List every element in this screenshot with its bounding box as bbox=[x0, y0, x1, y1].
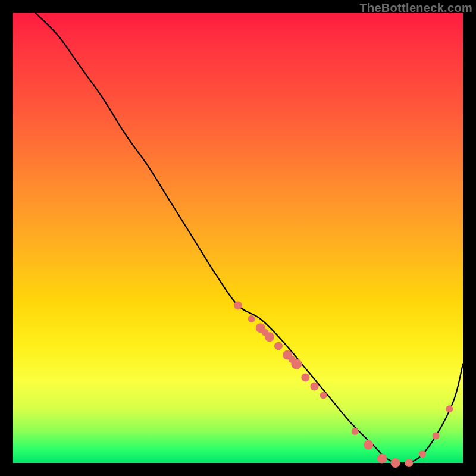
bottleneck-curve bbox=[36, 13, 463, 463]
data-marker bbox=[446, 405, 453, 412]
data-marker bbox=[289, 356, 296, 363]
data-marker bbox=[261, 329, 268, 336]
data-marker bbox=[405, 459, 413, 467]
data-marker bbox=[234, 301, 242, 309]
watermark-label: TheBottleneck.com bbox=[359, 1, 472, 15]
data-marker bbox=[311, 383, 319, 391]
chart-svg bbox=[13, 13, 463, 463]
data-marker bbox=[274, 342, 283, 350]
marker-group bbox=[234, 301, 453, 468]
data-marker bbox=[391, 458, 400, 468]
data-marker bbox=[301, 373, 309, 381]
data-marker bbox=[248, 315, 255, 322]
data-marker bbox=[364, 440, 373, 450]
data-marker bbox=[433, 433, 440, 440]
chart-frame bbox=[13, 13, 463, 463]
data-marker bbox=[352, 428, 359, 435]
data-marker bbox=[320, 392, 327, 399]
data-marker bbox=[377, 453, 387, 463]
data-marker bbox=[419, 450, 426, 458]
